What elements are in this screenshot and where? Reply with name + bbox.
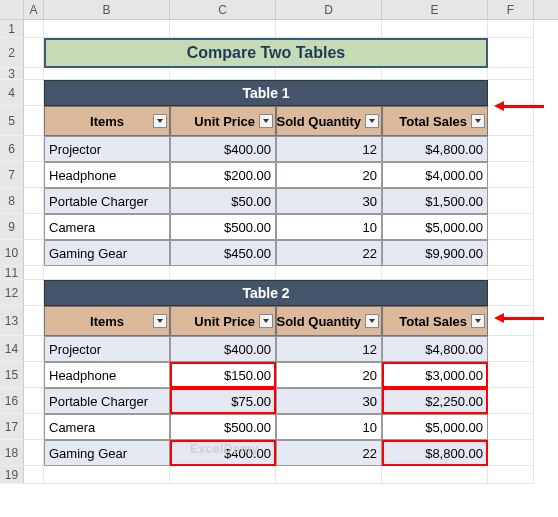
col-F[interactable]: F <box>488 0 534 19</box>
table2-cell-price[interactable]: $75.00 <box>170 388 276 414</box>
cell[interactable] <box>488 414 534 440</box>
cell[interactable] <box>24 162 44 188</box>
cell[interactable] <box>44 68 170 80</box>
cell[interactable] <box>24 80 44 106</box>
row-6[interactable]: 6 <box>0 136 24 162</box>
cell[interactable] <box>382 68 488 80</box>
cell[interactable] <box>170 20 276 38</box>
col-B[interactable]: B <box>44 0 170 19</box>
cell[interactable] <box>44 266 170 280</box>
table1-cell-price[interactable]: $400.00 <box>170 136 276 162</box>
table2-cell-price[interactable]: $400.00 <box>170 440 276 466</box>
cell[interactable] <box>488 280 534 306</box>
cell[interactable] <box>24 306 44 336</box>
row-2[interactable]: 2 <box>0 38 24 68</box>
cell[interactable] <box>170 466 276 484</box>
select-all-corner[interactable] <box>0 0 24 19</box>
table1-cell-total[interactable]: $4,000.00 <box>382 162 488 188</box>
cell[interactable] <box>24 136 44 162</box>
cell[interactable] <box>24 466 44 484</box>
table2-cell-item[interactable]: Headphone <box>44 362 170 388</box>
row-5[interactable]: 5 <box>0 106 24 136</box>
cell[interactable] <box>24 214 44 240</box>
table2-cell-item[interactable]: Gaming Gear <box>44 440 170 466</box>
cell[interactable] <box>488 68 534 80</box>
cell[interactable] <box>24 106 44 136</box>
cell[interactable] <box>488 440 534 466</box>
col-D[interactable]: D <box>276 0 382 19</box>
table2-header-0[interactable]: Items <box>44 306 170 336</box>
table1-header-2[interactable]: Sold Quantity <box>276 106 382 136</box>
col-C[interactable]: C <box>170 0 276 19</box>
row-12[interactable]: 12 <box>0 280 24 306</box>
row-15[interactable]: 15 <box>0 362 24 388</box>
cell[interactable] <box>24 280 44 306</box>
cell[interactable] <box>488 336 534 362</box>
table1-cell-qty[interactable]: 12 <box>276 136 382 162</box>
cell[interactable] <box>488 188 534 214</box>
table2-cell-item[interactable]: Camera <box>44 414 170 440</box>
cell[interactable] <box>24 336 44 362</box>
row-4[interactable]: 4 <box>0 80 24 106</box>
cell[interactable] <box>488 136 534 162</box>
cell[interactable] <box>24 20 44 38</box>
table2-cell-total[interactable]: $5,000.00 <box>382 414 488 440</box>
table2-header-3[interactable]: Total Sales <box>382 306 488 336</box>
row-1[interactable]: 1 <box>0 20 24 38</box>
cell[interactable] <box>24 38 44 68</box>
filter-dropdown-icon[interactable] <box>259 114 273 128</box>
filter-dropdown-icon[interactable] <box>365 314 379 328</box>
table1-cell-item[interactable]: Portable Charger <box>44 188 170 214</box>
cell[interactable] <box>488 466 534 484</box>
row-3[interactable]: 3 <box>0 68 24 80</box>
table1-cell-qty[interactable]: 20 <box>276 162 382 188</box>
col-A[interactable]: A <box>24 0 44 19</box>
table2-cell-total[interactable]: $3,000.00 <box>382 362 488 388</box>
table2-cell-total[interactable]: $8,800.00 <box>382 440 488 466</box>
cell[interactable] <box>24 440 44 466</box>
cell[interactable] <box>276 466 382 484</box>
table1-cell-price[interactable]: $500.00 <box>170 214 276 240</box>
cell[interactable] <box>382 466 488 484</box>
cell[interactable] <box>488 362 534 388</box>
table1-cell-price[interactable]: $200.00 <box>170 162 276 188</box>
row-13[interactable]: 13 <box>0 306 24 336</box>
table1-header-3[interactable]: Total Sales <box>382 106 488 136</box>
table2-header-1[interactable]: Unit Price <box>170 306 276 336</box>
cell[interactable] <box>382 266 488 280</box>
cell[interactable] <box>170 266 276 280</box>
cell[interactable] <box>24 240 44 266</box>
table2-cell-qty[interactable]: 30 <box>276 388 382 414</box>
table1-cell-qty[interactable]: 22 <box>276 240 382 266</box>
cell[interactable] <box>24 188 44 214</box>
table1-cell-qty[interactable]: 10 <box>276 214 382 240</box>
row-17[interactable]: 17 <box>0 414 24 440</box>
cell[interactable] <box>488 38 534 68</box>
table1-cell-total[interactable]: $5,000.00 <box>382 214 488 240</box>
cell[interactable] <box>44 466 170 484</box>
cell[interactable] <box>24 414 44 440</box>
cell[interactable] <box>276 68 382 80</box>
table2-cell-qty[interactable]: 20 <box>276 362 382 388</box>
row-8[interactable]: 8 <box>0 188 24 214</box>
table1-cell-item[interactable]: Gaming Gear <box>44 240 170 266</box>
cell[interactable] <box>276 20 382 38</box>
cell[interactable] <box>24 266 44 280</box>
table2-cell-total[interactable]: $2,250.00 <box>382 388 488 414</box>
cell[interactable] <box>276 266 382 280</box>
cell[interactable] <box>488 20 534 38</box>
cell[interactable] <box>24 362 44 388</box>
table2-cell-item[interactable]: Projector <box>44 336 170 362</box>
cell[interactable] <box>488 162 534 188</box>
table1-cell-total[interactable]: $9,900.00 <box>382 240 488 266</box>
row-9[interactable]: 9 <box>0 214 24 240</box>
table1-cell-item[interactable]: Projector <box>44 136 170 162</box>
table1-cell-item[interactable]: Headphone <box>44 162 170 188</box>
table1-cell-item[interactable]: Camera <box>44 214 170 240</box>
cell[interactable] <box>488 240 534 266</box>
table2-cell-price[interactable]: $500.00 <box>170 414 276 440</box>
row-14[interactable]: 14 <box>0 336 24 362</box>
table1-cell-total[interactable]: $4,800.00 <box>382 136 488 162</box>
row-19[interactable]: 19 <box>0 466 24 484</box>
cell[interactable] <box>488 388 534 414</box>
